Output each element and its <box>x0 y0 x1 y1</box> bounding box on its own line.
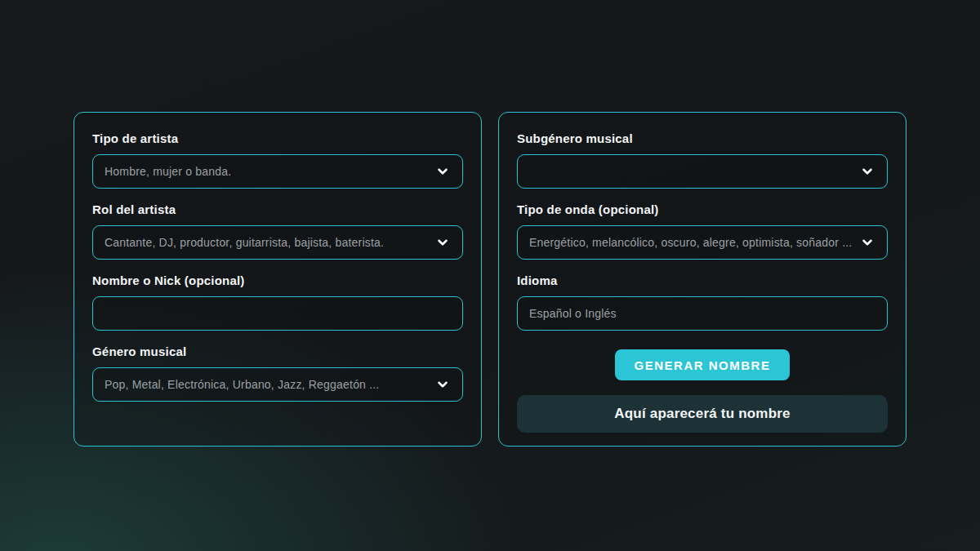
field-tipo-de-artista: Tipo de artista Hombre, mujer o banda. <box>92 131 463 189</box>
field-tipo-de-onda: Tipo de onda (opcional) Energético, mela… <box>517 202 888 260</box>
form-panels: Tipo de artista Hombre, mujer o banda. R… <box>74 112 906 447</box>
field-label: Tipo de artista <box>92 131 463 145</box>
generate-name-button[interactable]: GENERAR NOMBRE <box>615 349 791 380</box>
chevron-down-icon <box>434 163 451 180</box>
field-nombre-o-nick: Nombre o Nick (opcional) <box>92 273 463 331</box>
field-idioma: Idioma <box>517 273 888 331</box>
field-genero-musical: Género musical Pop, Metal, Electrónica, … <box>92 344 463 402</box>
subgenero-musical-select[interactable] <box>517 154 888 189</box>
field-label: Género musical <box>92 344 463 358</box>
idioma-input[interactable] <box>517 296 888 331</box>
chevron-down-icon <box>434 376 451 393</box>
left-form-panel: Tipo de artista Hombre, mujer o banda. R… <box>74 112 482 447</box>
field-label: Idioma <box>517 273 888 287</box>
generated-name-placeholder: Aquí aparecerá tu nombre <box>614 406 790 422</box>
select-placeholder: Pop, Metal, Electrónica, Urbano, Jazz, R… <box>105 378 428 391</box>
field-label: Nombre o Nick (opcional) <box>92 273 463 287</box>
field-rol-del-artista: Rol del artista Cantante, DJ, productor,… <box>92 202 463 260</box>
chevron-down-icon <box>859 234 875 251</box>
chevron-down-icon <box>434 234 451 251</box>
tipo-de-onda-select[interactable]: Energético, melancólico, oscuro, alegre,… <box>517 225 888 260</box>
tipo-de-artista-select[interactable]: Hombre, mujer o banda. <box>92 154 463 189</box>
genero-musical-select[interactable]: Pop, Metal, Electrónica, Urbano, Jazz, R… <box>92 367 463 402</box>
generated-name-result: Aquí aparecerá tu nombre <box>517 395 888 433</box>
field-label: Tipo de onda (opcional) <box>517 202 888 216</box>
select-placeholder: Energético, melancólico, oscuro, alegre,… <box>529 236 853 249</box>
rol-del-artista-select[interactable]: Cantante, DJ, productor, guitarrista, ba… <box>92 225 463 260</box>
field-subgenero-musical: Subgénero musical <box>517 131 888 189</box>
select-placeholder: Cantante, DJ, productor, guitarrista, ba… <box>105 236 428 249</box>
field-label: Subgénero musical <box>517 131 888 145</box>
chevron-down-icon <box>859 163 875 180</box>
right-form-panel: Subgénero musical Tipo de onda (opcional… <box>498 112 906 447</box>
field-label: Rol del artista <box>92 202 463 216</box>
select-placeholder: Hombre, mujer o banda. <box>105 165 428 178</box>
nombre-o-nick-input[interactable] <box>92 296 463 331</box>
